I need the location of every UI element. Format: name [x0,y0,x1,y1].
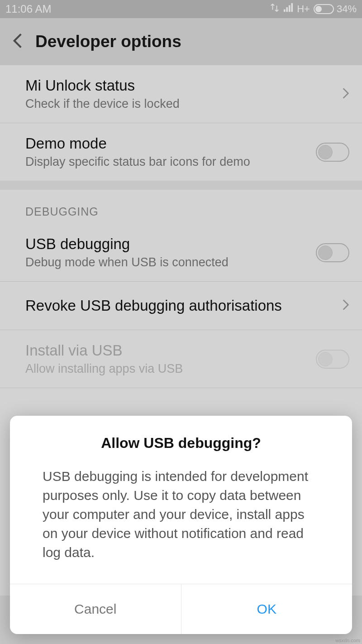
watermark: wsxdn.com [335,638,360,643]
dialog-title: Allow USB debugging? [10,416,352,464]
dialog-actions: Cancel OK [10,584,352,634]
dialog-body: USB debugging is intended for developmen… [10,464,352,584]
cancel-button[interactable]: Cancel [10,584,181,634]
ok-button[interactable]: OK [181,584,352,634]
dialog-allow-usb-debugging: Allow USB debugging? USB debugging is in… [10,416,352,634]
